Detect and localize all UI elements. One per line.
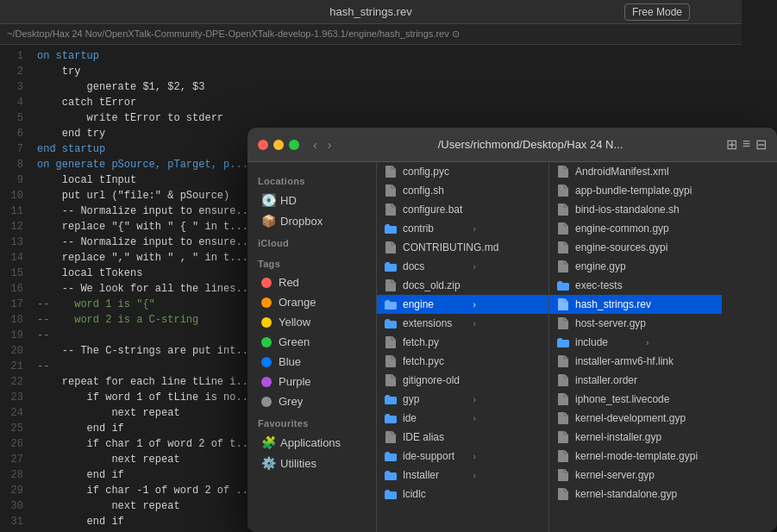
finder-col2-item[interactable]: engine-sources.gypi [549,238,722,257]
finder-col1-item[interactable]: lcidlc [377,485,548,504]
finder-col2-item[interactable]: installer-armv6-hf.link [549,352,722,371]
finder-col1-item[interactable]: gitignore-old [377,371,548,390]
back-arrow-icon[interactable]: ‹ [310,136,321,153]
finder-col1-item[interactable]: IDE alias [377,428,548,447]
finder-col1-item[interactable]: configure.bat [377,200,548,219]
sidebar-item[interactable]: 🧩Applications [251,432,373,453]
free-mode-button[interactable]: Free Mode [624,3,690,21]
finder-col1-item[interactable]: extensions› [377,314,548,333]
line-number: 10 [0,188,23,203]
finder-col1-item[interactable]: CONTRIBUTING.md [377,238,548,257]
file-icon [556,297,570,311]
file-icon [556,392,570,406]
line-number: 9 [0,172,23,188]
finder-col2-item[interactable]: iphone_test.livecode [549,390,722,409]
close-button[interactable] [258,140,268,150]
tag-color-dot [261,317,272,328]
sidebar-tag-item[interactable]: Green [251,332,373,352]
finder-col1-item[interactable]: fetch.py [377,333,548,352]
finder-col1-item[interactable]: config.pyc [377,162,548,181]
forward-arrow-icon[interactable]: › [324,136,335,153]
code-path-bar: ~/Desktop/Hax 24 Nov/OpenXTalk-Community… [0,24,742,45]
col-item-name: bind-ios-standalone.sh [575,203,715,216]
sidebar-section-title: iCloud [248,231,376,252]
finder-sidebar: Locations💽HD📦DropboxiCloudTagsRedOrangeY… [248,162,377,532]
finder-path-title: /Users/richmond/Desktop/Hax 24 N... [342,138,718,151]
col-item-name: lcidlc [403,488,542,500]
minimize-button[interactable] [273,140,284,150]
finder-col2-item[interactable]: kernel-standalone.gyp [549,485,722,504]
chevron-right-icon: › [473,300,542,310]
finder-col2-item[interactable]: engine.gyp [549,257,722,276]
line-number: 26 [0,436,23,452]
finder-col2-item[interactable]: engine-common.gyp [549,219,722,238]
sidebar-item-icon: 📦 [261,214,275,228]
finder-view-icons: ⊞ ≡ ⊟ [726,136,767,153]
finder-col-2: AndroidManifest.xmlapp-bundle-template.g… [549,162,722,532]
sidebar-tag-label: Orange [279,296,316,309]
sidebar-item-label: HD [280,194,297,207]
finder-col1-item[interactable]: gyp› [377,390,548,409]
sidebar-item[interactable]: 💽HD [251,190,373,210]
finder-col2-item[interactable]: AndroidManifest.xml [549,162,722,181]
tag-color-dot [261,377,272,387]
finder-col2-item[interactable]: kernel-installer.gyp [549,428,722,447]
line-number: 7 [0,141,23,157]
col-item-name: contrib [403,222,472,235]
finder-col2-item[interactable]: hash_strings.rev [549,295,722,314]
finder-col1-item[interactable]: contrib› [377,219,548,238]
file-icon [384,165,398,178]
sidebar-tag-item[interactable]: Yellow [251,312,373,332]
file-icon [556,487,570,501]
list-view-icon[interactable]: ≡ [743,136,750,153]
finder-col2-item[interactable]: kernel-development.gyp [549,409,722,428]
tag-color-dot [261,337,272,347]
sidebar-section-title: Tags [248,252,376,272]
code-line: write tError to stderr [37,110,742,126]
finder-col2-item[interactable]: exec-tests [549,276,722,295]
finder-col2-item[interactable]: kernel-mode-template.gypi [549,447,722,466]
col-item-name: engine-common.gyp [575,222,715,235]
finder-col2-item[interactable]: include› [549,333,722,352]
code-path: ~/Desktop/Hax 24 Nov/OpenXTalk-Community… [7,28,460,40]
sidebar-tag-item[interactable]: Purple [251,372,373,391]
folder-icon [384,222,398,235]
sidebar-tag-item[interactable]: Grey [251,391,373,411]
finder-col1-item[interactable]: docs_old.zip [377,276,548,295]
finder-col1-item[interactable]: docs› [377,257,548,276]
finder-col2-item[interactable]: bind-ios-standalone.sh [549,200,722,219]
finder-col1-item[interactable]: ide› [377,409,548,428]
col-item-name: kernel-server.gyp [575,469,715,481]
finder-nav: ‹ › [310,136,335,153]
folder-icon [384,468,398,482]
finder-col2-item[interactable]: kernel-server.gyp [549,466,722,485]
sidebar-tag-item[interactable]: Red [251,272,373,292]
grid-view-icon[interactable]: ⊞ [726,136,737,153]
sidebar-tag-item[interactable]: Blue [251,352,373,372]
finder-col2-item[interactable]: installer.order [549,371,722,390]
finder-col1-item[interactable]: Installer› [377,466,548,485]
finder-title-bar: ‹ › /Users/richmond/Desktop/Hax 24 N... … [248,128,777,162]
col-item-name: engine [403,298,472,310]
file-icon [556,449,570,463]
line-number: 27 [0,452,23,467]
tag-color-dot [261,397,272,407]
file-icon [556,316,570,330]
finder-col1-item[interactable]: ide-support› [377,447,548,466]
maximize-button[interactable] [289,140,299,150]
sidebar-tag-item[interactable]: Orange [251,292,373,312]
column-view-icon[interactable]: ⊟ [755,136,767,153]
col-item-name: CONTRIBUTING.md [403,241,542,253]
finder-col1-item[interactable]: fetch.pyc [377,352,548,371]
col-item-name: docs_old.zip [403,279,542,291]
finder-col2-item[interactable]: host-server.gyp [549,314,722,333]
sidebar-item[interactable]: 📦Dropbox [251,210,373,231]
finder-col1-item[interactable]: config.sh [377,181,548,200]
file-icon [556,260,570,273]
finder-col1-item[interactable]: engine› [377,295,548,314]
sidebar-item[interactable]: ⚙️Utilities [251,453,373,473]
line-number: 6 [0,126,23,141]
sidebar-tag-label: Green [279,335,310,348]
finder-col2-item[interactable]: app-bundle-template.gypi [549,181,722,200]
chevron-right-icon: › [473,319,542,329]
